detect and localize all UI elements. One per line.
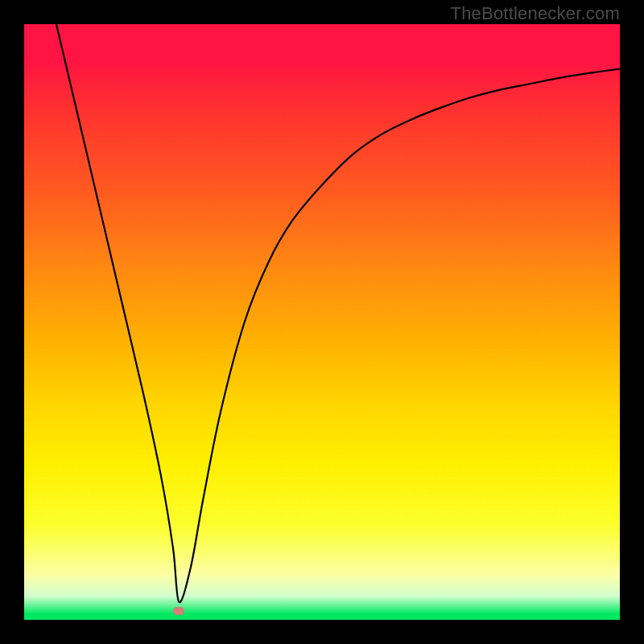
optimum-marker [173, 607, 184, 615]
watermark-label: TheBottlenecker.com [451, 3, 620, 24]
bottleneck-curve [24, 24, 620, 620]
chart-frame: TheBottlenecker.com [0, 0, 644, 644]
plot-area [24, 24, 620, 620]
